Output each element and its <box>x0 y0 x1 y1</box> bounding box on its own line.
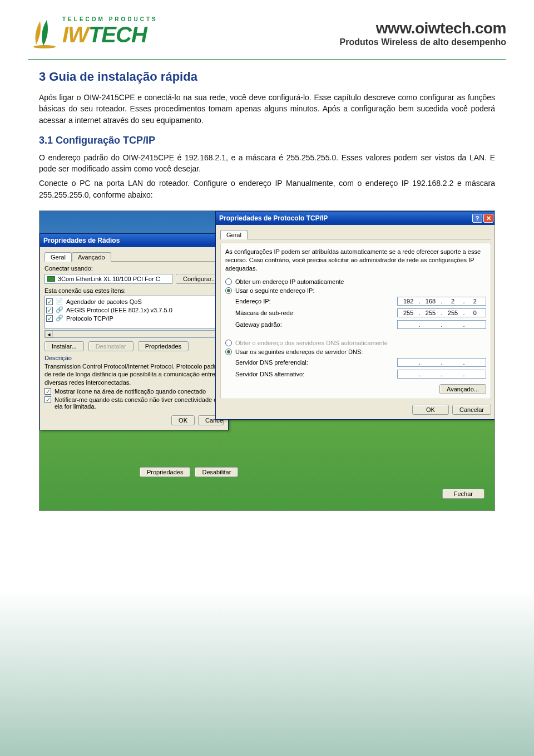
checkbox-notify-limited[interactable]: ✓Notificar-me quando esta conexão não ti… <box>44 396 224 410</box>
brand-logo: TELECOM PRODUCTS IWTECH <box>28 17 158 50</box>
close-icon[interactable]: ✕ <box>483 214 493 223</box>
dns-alternate-label: Servidor DNS alternativo: <box>235 371 304 377</box>
screenshot-container: Propriedades de Rádios Geral Avançado Co… <box>39 210 495 511</box>
ok-button[interactable]: OK <box>412 405 449 415</box>
tab-geral-tcpip[interactable]: Geral <box>220 230 248 239</box>
section-heading: 3 Guia de instalação rápida <box>39 70 495 84</box>
uninstall-button: Desinstalar <box>88 341 134 351</box>
description-text: Transmission Control Protocol/Internet P… <box>44 362 224 386</box>
radio-obtain-ip-auto[interactable]: Obter um endereço IP automaticamente <box>225 278 486 285</box>
tabstrip-right: Geral <box>220 229 491 239</box>
ip-address-input[interactable]: 192. 168. 2. 2 <box>397 297 486 306</box>
svg-point-0 <box>33 45 56 48</box>
list-item: ✓🔗Protocolo TCP/IP <box>46 314 222 322</box>
checkbox-tray-icon[interactable]: ✓Mostrar ícone na área de notificação qu… <box>44 388 224 395</box>
dialog-tcpip-properties: Propriedades de Protocolo TCP/IP ? ✕ Ger… <box>215 211 495 420</box>
advanced-button[interactable]: Avançado... <box>439 384 486 394</box>
items-label: Esta conexão usa estes itens: <box>44 287 224 294</box>
dns-preferred-input[interactable]: ... <box>397 358 486 367</box>
page-header: TELECOM PRODUCTS IWTECH www.oiwtech.com … <box>0 0 534 56</box>
tab-geral[interactable]: Geral <box>44 252 72 262</box>
properties-button-underlying[interactable]: Propriedades <box>140 467 190 477</box>
subnet-mask-input[interactable]: 255. 255. 255. 0 <box>397 308 486 317</box>
ip-address-label: Endereço IP: <box>235 298 271 305</box>
dns-preferred-label: Servidor DNS preferencial: <box>235 359 308 366</box>
brand-tagline: TELECOM PRODUCTS <box>62 16 158 22</box>
subsection-heading: 3.1 Configuração TCP/IP <box>39 135 495 146</box>
adapter-name: 3Com EtherLink XL 10/100 PCI For C <box>58 276 160 282</box>
document-content: 3 Guia de instalação rápida Após ligar o… <box>0 70 534 511</box>
titlebar-tcpip: Propriedades de Protocolo TCP/IP ? ✕ <box>216 212 495 225</box>
site-url: www.oiwtech.com <box>340 19 506 37</box>
brand-name: IWTECH <box>62 22 158 47</box>
ok-button[interactable]: OK <box>171 415 195 425</box>
connection-items-list[interactable]: ✓📄Agendador de pacotes QoS ✓🔗AEGIS Proto… <box>44 296 224 329</box>
title-text: Propriedades de Rádios <box>43 237 120 244</box>
titlebar-network-properties: Propriedades de Rádios <box>40 234 228 247</box>
brand-logo-text: TELECOM PRODUCTS IWTECH <box>62 19 158 47</box>
help-icon[interactable]: ? <box>472 214 482 223</box>
header-divider <box>28 59 506 60</box>
radio-obtain-dns-auto: Obter o endereço dos servidores DNS auto… <box>225 340 486 346</box>
install-button[interactable]: Instalar... <box>44 341 84 351</box>
underlying-window-buttons: Propriedades Desabilitar <box>140 467 238 477</box>
adapter-combobox[interactable]: 3Com EtherLink XL 10/100 PCI For C <box>44 274 172 284</box>
radio-use-following-ip[interactable]: Usar o seguinte endereço IP: <box>225 287 486 294</box>
tabstrip-left: Geral Avançado <box>44 252 224 262</box>
dns-alternate-input[interactable]: ... <box>397 370 486 379</box>
paragraph-2: O endereço padrão do OIW-2415CPE é 192.1… <box>39 152 495 175</box>
underlying-close-row: Fechar <box>442 488 484 499</box>
dialog-network-properties: Propriedades de Rádios Geral Avançado Co… <box>39 233 229 430</box>
cancel-button[interactable]: Cancelar <box>452 405 491 415</box>
radio-use-following-dns[interactable]: Usar os seguintes endereços de servidor … <box>225 348 486 355</box>
list-item: ✓📄Agendador de pacotes QoS <box>46 297 222 306</box>
description-header: Descrição <box>44 355 224 361</box>
tcpip-intro-text: As configurações IP podem ser atribuídas… <box>225 248 486 273</box>
connect-using-label: Conectar usando: <box>44 265 224 272</box>
gateway-label: Gateway padrão: <box>235 321 282 328</box>
close-button-underlying[interactable]: Fechar <box>442 489 484 499</box>
brand-logo-mark <box>28 17 61 50</box>
nic-icon <box>47 276 55 282</box>
list-scrollbar[interactable]: ◄ ► <box>44 330 224 338</box>
site-subtitle: Produtos Wireless de alto desempenho <box>340 37 506 47</box>
scroll-left-icon[interactable]: ◄ <box>45 331 53 337</box>
paragraph-1: Após ligar o OIW-2415CPE e conectá-lo na… <box>39 92 495 126</box>
list-item: ✓🔗AEGIS Protocol (IEEE 802.1x) v3.7.5.0 <box>46 306 222 314</box>
paragraph-3: Conecte o PC na porta LAN do roteador. C… <box>39 178 495 200</box>
tcpip-groupbox: As configurações IP podem ser atribuídas… <box>220 243 491 399</box>
tab-avancado[interactable]: Avançado <box>72 252 111 262</box>
header-right: www.oiwtech.com Produtos Wireless de alt… <box>340 19 506 47</box>
subnet-mask-label: Máscara de sub-rede: <box>235 310 295 316</box>
page-bg-gradient <box>0 589 534 756</box>
gateway-input[interactable]: . . . <box>397 320 486 329</box>
properties-button[interactable]: Propriedades <box>138 341 189 351</box>
title-text: Propriedades de Protocolo TCP/IP <box>219 214 328 222</box>
disable-button-underlying[interactable]: Desabilitar <box>195 467 238 477</box>
